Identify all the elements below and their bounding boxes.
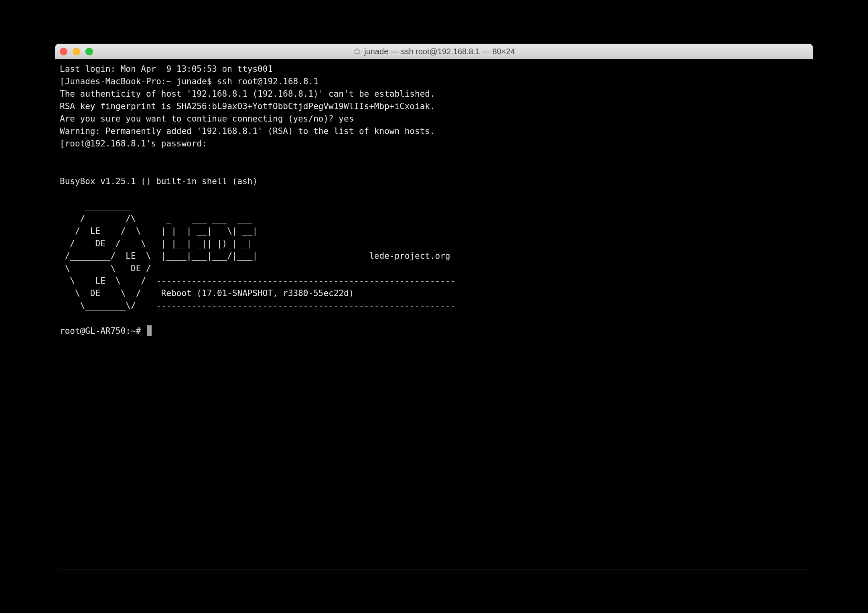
minimize-button[interactable] [73, 48, 80, 55]
ascii-art-line: \ \ DE / [60, 264, 151, 273]
window-title: junade — ssh root@192.168.8.1 — 80×24 [364, 47, 515, 56]
terminal-line-prefix: [ [60, 77, 65, 86]
ascii-art-line: \ DE \ / Reboot (17.01-SNAPSHOT, r3380-5… [60, 288, 354, 298]
traffic-lights [60, 48, 93, 55]
close-button[interactable] [60, 48, 67, 55]
shell-prompt: root@GL-AR750:~# [60, 326, 146, 336]
ascii-art-line: \________\/ ----------------------------… [60, 301, 455, 311]
ascii-art-line: / DE / \ | |__| _|| |) | _| [60, 239, 252, 248]
cursor [147, 325, 152, 336]
ascii-art-line: / /\ _ ___ ___ ___ [60, 214, 252, 223]
ascii-art-line: \ LE \ / -------------------------------… [60, 276, 455, 286]
terminal-body[interactable]: Last login: Mon Apr 9 13:05:53 on ttys00… [55, 59, 813, 569]
ascii-art-line: _________ [60, 201, 131, 211]
terminal-line: BusyBox v1.25.1 () built-in shell (ash) [60, 177, 258, 186]
terminal-window: junade — ssh root@192.168.8.1 — 80×24 La… [55, 44, 813, 569]
terminal-line: Last login: Mon Apr 9 13:05:53 on ttys00… [60, 64, 273, 74]
terminal-line: Junades-MacBook-Pro:~ junade$ ssh root@1… [65, 77, 318, 86]
maximize-button[interactable] [85, 48, 93, 55]
terminal-line: Warning: Permanently added '192.168.8.1'… [60, 126, 435, 136]
terminal-line: Are you sure you want to continue connec… [60, 114, 354, 124]
terminal-line: RSA key fingerprint is SHA256:bL9axO3+Yo… [60, 101, 435, 111]
window-title-container: junade — ssh root@192.168.8.1 — 80×24 [353, 47, 515, 56]
home-icon [353, 47, 361, 55]
terminal-line-prefix: [ [60, 139, 65, 148]
ascii-art-line: / LE / \ | | | __| \| __| [60, 226, 258, 236]
terminal-line: The authenticity of host '192.168.8.1 (1… [60, 89, 435, 99]
ascii-art-line: /________/ LE \ |____|___|___/|___| lede… [60, 251, 450, 261]
title-bar: junade — ssh root@192.168.8.1 — 80×24 [55, 44, 813, 59]
terminal-line: root@192.168.8.1's password: [65, 139, 207, 148]
